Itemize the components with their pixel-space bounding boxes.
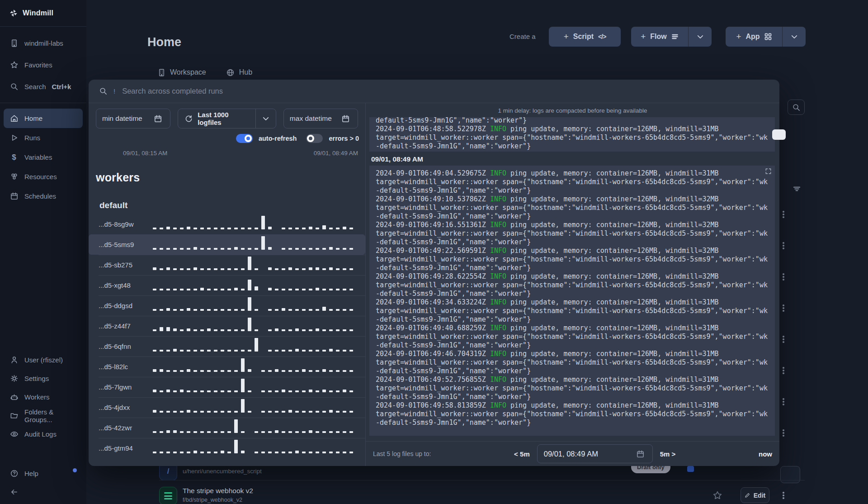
- sidebar-nav: Home Runs $ Variables Resources: [0, 103, 86, 211]
- sidebar-item-variables[interactable]: $ Variables: [4, 147, 83, 167]
- sidebar-item-label: Audit Logs: [24, 430, 57, 438]
- search-shortcut: Ctrl+k: [52, 83, 71, 90]
- sidebar-item-label: Variables: [24, 153, 52, 161]
- table-search-button[interactable]: [788, 100, 805, 115]
- row-menu-icon[interactable]: [783, 396, 784, 407]
- worker-list: ...d5-8sg9w ...d5-5sms9 ...d5-sb275 ...d…: [89, 214, 365, 458]
- min-datetime-input[interactable]: min datetime: [96, 109, 170, 128]
- sidebar-item-folders-groups[interactable]: Folders & Groups...: [0, 406, 86, 425]
- worker-row[interactable]: ...d5-l82lc: [89, 357, 365, 377]
- worker-activity-sparkline: [153, 359, 359, 375]
- create-app-button[interactable]: + App: [726, 27, 782, 47]
- log-target-line: target=windmill_worker::worker span={"ho…: [376, 255, 769, 272]
- calendar-icon: [9, 192, 19, 201]
- row-menu-icon[interactable]: [783, 334, 784, 345]
- log-entry: 2024-09-01T06:49:52.756855Z INFO ping up…: [376, 376, 769, 401]
- log-clipped-line: default-5sms9-Jmn1G","name":"worker"}: [376, 117, 769, 125]
- create-script-button[interactable]: + Script </>: [549, 27, 621, 47]
- now-button[interactable]: now: [759, 450, 772, 458]
- worker-row[interactable]: ...d5-42zwr: [89, 418, 365, 438]
- worker-name: ...d5-4jdxx: [99, 404, 153, 411]
- calendar-icon[interactable]: [338, 111, 353, 126]
- worker-name: ...d5-gtm94: [99, 444, 153, 452]
- sidebar-item-audit-logs[interactable]: Audit Logs: [0, 425, 86, 443]
- sidebar-item-user[interactable]: User (rfiszel): [0, 351, 86, 369]
- calendar-icon[interactable]: [633, 447, 648, 461]
- calendar-icon[interactable]: [150, 111, 165, 126]
- sidebar-item-workspace[interactable]: windmill-labs: [0, 32, 86, 54]
- tab-hub[interactable]: Hub: [226, 68, 252, 77]
- log-datetime-input[interactable]: 09/01, 08:49 AM: [537, 444, 653, 463]
- edit-button[interactable]: Edit: [741, 487, 769, 503]
- workers-heading: workers: [89, 171, 365, 184]
- log-line: 2024-09-01T06:49:34.633224Z INFO ping up…: [376, 298, 769, 307]
- back-5m-button[interactable]: < 5m: [514, 450, 530, 458]
- row-menu-icon[interactable]: [783, 240, 784, 251]
- row-menu-icon[interactable]: [783, 271, 784, 282]
- current-log-block: 2024-09-01T06:49:04.529675Z INFO ping up…: [369, 166, 775, 436]
- worker-row[interactable]: ...d5-gtm94: [89, 438, 365, 458]
- flow-item-title[interactable]: The stripe webhook v2: [183, 487, 253, 495]
- worker-row[interactable]: ...d5-8sg9w: [89, 214, 365, 234]
- worker-row[interactable]: ...d5-6qfnn: [89, 336, 365, 357]
- worker-row[interactable]: ...d5-ddgsd: [89, 295, 365, 316]
- row-menu-icon[interactable]: [783, 428, 784, 438]
- create-flow-button[interactable]: + Flow: [631, 27, 688, 47]
- max-datetime-input[interactable]: max datetime: [283, 109, 358, 128]
- log-entry: 2024-09-01T06:49:58.813859Z INFO ping up…: [376, 401, 769, 427]
- sidebar-item-label: Help: [24, 470, 38, 477]
- logfiles-refresh-button[interactable]: Last 1000 logfiles: [178, 109, 255, 128]
- worker-row[interactable]: ...d5-z44f7: [89, 316, 365, 336]
- search-icon: [99, 87, 108, 96]
- edit-button-label: Edit: [754, 492, 765, 499]
- app-logo[interactable]: Windmill: [0, 0, 86, 26]
- row-menu-icon[interactable]: [783, 303, 784, 314]
- search-input[interactable]: [121, 86, 769, 96]
- sidebar-collapse-button[interactable]: [0, 483, 86, 501]
- worker-row[interactable]: ...d5-xgt48: [89, 275, 365, 295]
- sidebar-item-help[interactable]: Help: [0, 464, 86, 483]
- log-line: 2024-09-01T06:49:28.622554Z INFO ping up…: [376, 272, 769, 281]
- sidebar-item-home[interactable]: Home: [4, 109, 83, 128]
- filter-sliders-icon[interactable]: [792, 184, 801, 195]
- worker-row[interactable]: ...d5-sb275: [89, 255, 365, 275]
- sidebar-item-favorites[interactable]: Favorites: [0, 54, 86, 76]
- errors-toggle[interactable]: [306, 134, 323, 143]
- sidebar-item-label: Resources: [24, 173, 57, 181]
- row-menu-icon[interactable]: [783, 209, 784, 220]
- sidebar-item-runs[interactable]: Runs: [4, 128, 83, 147]
- worker-row[interactable]: ...d5-5sms9: [89, 234, 365, 255]
- sidebar-item-search[interactable]: Search Ctrl+k: [0, 76, 86, 97]
- sidebar-item-settings[interactable]: Settings: [0, 369, 86, 388]
- expand-icon[interactable]: [765, 168, 772, 177]
- deploy-icon[interactable]: [687, 466, 694, 472]
- create-flow-dropdown-button[interactable]: [688, 27, 712, 47]
- logfiles-dropdown-button[interactable]: [255, 109, 276, 128]
- tab-hub-label: Hub: [239, 68, 252, 76]
- sidebar-item-schedules[interactable]: Schedules: [4, 186, 83, 206]
- row-menu-icon[interactable]: [783, 365, 784, 376]
- tab-workspace[interactable]: Workspace: [157, 68, 206, 77]
- dollar-icon: $: [9, 153, 19, 162]
- log-entry: 2024-09-01T06:49:40.688259Z INFO ping up…: [376, 324, 769, 350]
- worker-name: ...d5-8sg9w: [99, 220, 153, 228]
- row-menu-icon[interactable]: [783, 490, 784, 501]
- forward-5m-button[interactable]: 5m >: [660, 450, 676, 458]
- help-icon: [9, 469, 19, 478]
- row-action-button[interactable]: [780, 466, 800, 483]
- worker-activity-sparkline: [153, 399, 359, 416]
- worker-row[interactable]: ...d5-7lgwn: [89, 377, 365, 397]
- log-target-line: target=windmill_worker::worker span={"ho…: [376, 307, 769, 324]
- errors-label: errors > 0: [329, 135, 359, 142]
- worker-row[interactable]: ...d5-4jdxx: [89, 397, 365, 418]
- script-item-path[interactable]: u/henri/unencumbered_script: [183, 468, 262, 475]
- range-start: 09/01, 08:15 AM: [123, 150, 167, 157]
- sidebar-item-resources[interactable]: Resources: [4, 167, 83, 186]
- log-entry: 2024-09-01T06:49:16.551361Z INFO ping up…: [376, 221, 769, 247]
- auto-refresh-toggle[interactable]: [236, 134, 253, 143]
- sidebar-item-workers[interactable]: Workers: [0, 388, 86, 406]
- create-app-dropdown-button[interactable]: [782, 27, 806, 47]
- favorite-star-icon[interactable]: [712, 490, 722, 502]
- worker-name: ...d5-ddgsd: [99, 302, 153, 309]
- worker-activity-sparkline: [153, 379, 359, 395]
